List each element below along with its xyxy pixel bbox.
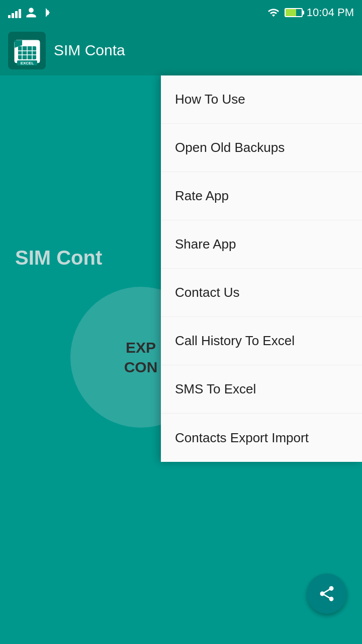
menu-item-label-how-to-use: How To Use — [175, 92, 245, 107]
person-icon — [25, 7, 37, 19]
menu-item-label-open-old-backups: Open Old Backups — [175, 140, 285, 155]
svg-text:EXCEL: EXCEL — [20, 61, 34, 65]
share-fab[interactable] — [307, 574, 347, 614]
battery-fill — [286, 9, 296, 16]
app-bar: EXCEL SIM Conta — [0, 25, 362, 75]
status-left — [8, 7, 53, 19]
menu-item-contact-us[interactable]: Contact Us — [161, 269, 362, 317]
menu-item-how-to-use[interactable]: How To Use — [161, 75, 362, 124]
status-right: 10:04 PM — [266, 6, 354, 19]
menu-item-label-contact-us: Contact Us — [175, 285, 240, 300]
dropdown-menu: How To UseOpen Old BackupsRate AppShare … — [161, 75, 362, 462]
menu-item-contacts-export-import[interactable]: Contacts Export Import — [161, 414, 362, 462]
signal-icon — [8, 7, 21, 18]
app-title-text: SIM Conta — [54, 42, 125, 59]
main-content: SIM Cont EXP CON How To UseOpen Old Back… — [0, 75, 362, 644]
menu-item-call-history-to-excel[interactable]: Call History To Excel — [161, 317, 362, 365]
menu-item-label-share-app: Share App — [175, 236, 236, 252]
status-bar: 10:04 PM — [0, 0, 362, 25]
status-time: 10:04 PM — [307, 6, 354, 19]
menu-item-label-rate-app: Rate App — [175, 188, 229, 204]
menu-item-label-sms-to-excel: SMS To Excel — [175, 381, 256, 397]
menu-item-share-app[interactable]: Share App — [161, 220, 362, 269]
menu-item-label-call-history-to-excel: Call History To Excel — [175, 333, 295, 349]
menu-item-sms-to-excel[interactable]: SMS To Excel — [161, 365, 362, 414]
menu-item-label-contacts-export-import: Contacts Export Import — [175, 430, 309, 446]
menu-item-open-old-backups[interactable]: Open Old Backups — [161, 124, 362, 172]
wifi-icon — [266, 7, 281, 19]
battery-icon — [285, 8, 303, 17]
sim-logo-icon: EXCEL — [12, 35, 42, 65]
usb-icon — [41, 7, 53, 19]
app-logo: EXCEL — [8, 32, 46, 69]
menu-item-rate-app[interactable]: Rate App — [161, 172, 362, 220]
share-icon — [318, 585, 336, 603]
